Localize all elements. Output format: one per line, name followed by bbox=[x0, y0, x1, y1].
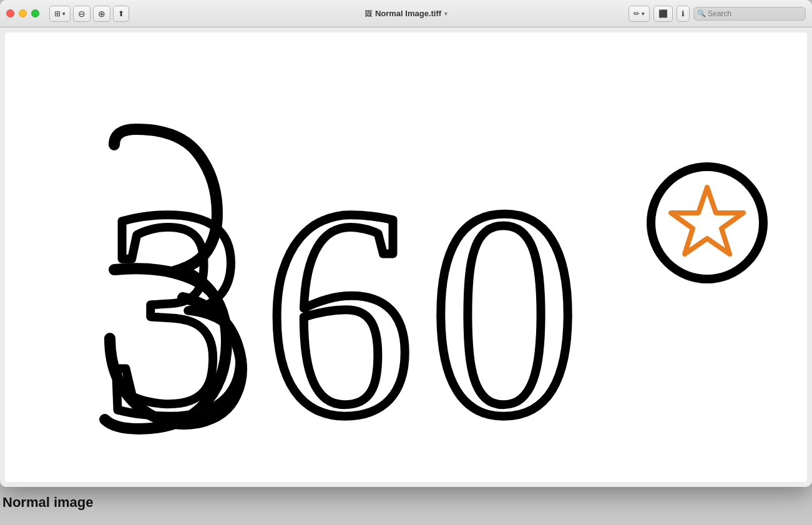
image-canvas: 3 6 0 bbox=[5, 32, 807, 482]
window-title: Normal Image.tiff bbox=[375, 9, 441, 18]
export-button[interactable]: ⬛ bbox=[653, 6, 673, 22]
export-icon: ⬛ bbox=[658, 9, 668, 18]
info-button[interactable]: ℹ bbox=[677, 6, 690, 22]
svg-text:6: 6 bbox=[264, 146, 414, 478]
zoom-out-button[interactable]: ⊖ bbox=[73, 6, 90, 22]
zoom-in-button[interactable]: ⊕ bbox=[93, 6, 110, 22]
minimize-button[interactable] bbox=[19, 9, 27, 17]
edit-button[interactable]: ✏ ▾ bbox=[629, 6, 650, 22]
chevron-down-icon: ▾ bbox=[62, 11, 66, 17]
zoom-out-icon: ⊖ bbox=[78, 9, 86, 19]
info-icon: ℹ bbox=[682, 9, 685, 18]
close-button[interactable] bbox=[6, 9, 14, 17]
image-caption: Normal image bbox=[0, 487, 812, 513]
view-icon: ⊞ bbox=[54, 9, 61, 18]
right-toolbar: ✏ ▾ ⬛ ℹ 🔍 bbox=[629, 6, 806, 22]
image-svg: 3 6 0 bbox=[5, 32, 807, 482]
search-input[interactable] bbox=[693, 7, 806, 21]
traffic-lights bbox=[6, 9, 39, 17]
chevron-down-icon: ▾ bbox=[642, 11, 645, 17]
caption-text: Normal image bbox=[2, 494, 94, 510]
maximize-button[interactable] bbox=[31, 9, 39, 17]
zoom-in-icon: ⊕ bbox=[98, 9, 105, 19]
image-viewer: 3 6 0 bbox=[5, 32, 807, 482]
svg-point-3 bbox=[651, 167, 763, 279]
chevron-down-icon: ▾ bbox=[444, 11, 448, 17]
search-wrapper: 🔍 bbox=[693, 7, 806, 21]
svg-text:0: 0 bbox=[429, 146, 579, 478]
share-icon: ⬆ bbox=[118, 9, 124, 18]
view-button[interactable]: ⊞ ▾ bbox=[49, 6, 71, 22]
pencil-icon: ✏ bbox=[633, 9, 640, 18]
titlebar: ⊞ ▾ ⊖ ⊕ ⬆ 🖼 Normal Image.tiff ▾ ✏ ▾ bbox=[0, 0, 812, 27]
left-toolbar: ⊞ ▾ ⊖ ⊕ ⬆ bbox=[49, 6, 129, 22]
svg-marker-4 bbox=[671, 187, 743, 254]
svg-text:3: 3 bbox=[102, 146, 252, 478]
app-window: ⊞ ▾ ⊖ ⊕ ⬆ 🖼 Normal Image.tiff ▾ ✏ ▾ bbox=[0, 0, 812, 487]
share-button[interactable]: ⬆ bbox=[113, 6, 129, 22]
file-icon: 🖼 bbox=[364, 9, 372, 18]
window-title-area: 🖼 Normal Image.tiff ▾ bbox=[364, 9, 448, 18]
